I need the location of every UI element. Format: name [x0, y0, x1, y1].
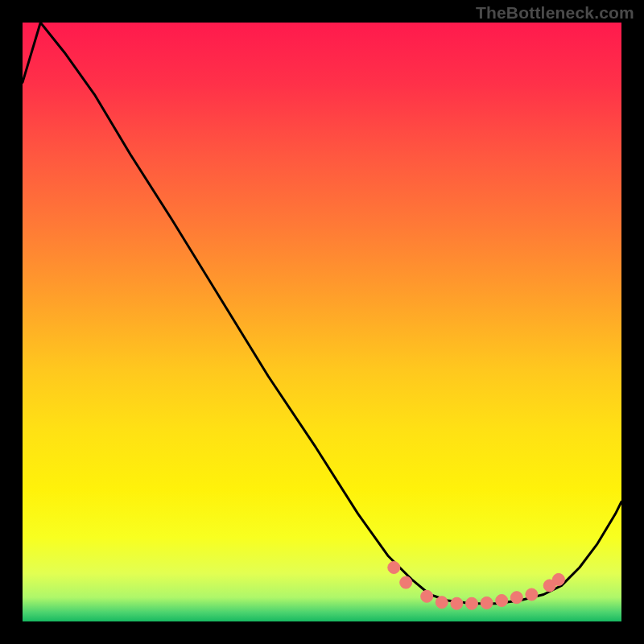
data-point [451, 597, 463, 609]
data-point [510, 592, 522, 604]
data-point [481, 597, 493, 609]
gradient-background [23, 23, 621, 621]
data-point [552, 573, 564, 585]
data-point [388, 562, 400, 574]
watermark-text: TheBottleneck.com [476, 3, 634, 23]
data-point [400, 576, 412, 588]
data-point [526, 588, 538, 601]
data-point [496, 595, 508, 607]
chart-frame: TheBottleneck.com [0, 0, 644, 644]
plot-area [23, 23, 621, 621]
data-point [421, 590, 433, 602]
data-point [466, 597, 478, 609]
plot-svg [23, 23, 621, 621]
data-point [436, 597, 448, 609]
